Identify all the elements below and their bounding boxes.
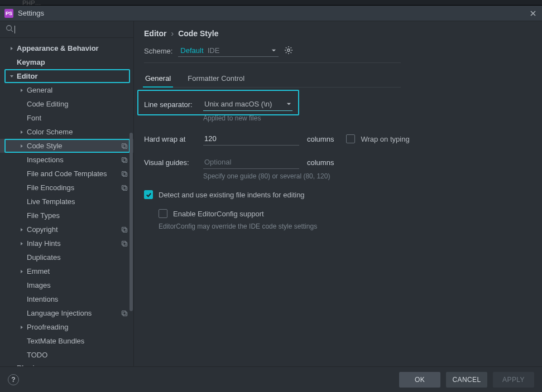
search-input[interactable] [0, 21, 133, 38]
settings-main-panel: Editor › Code Style Scheme: Default IDE … [134, 21, 542, 366]
tab-general[interactable]: General [144, 71, 172, 87]
tree-item-emmet[interactable]: Emmet [0, 264, 133, 278]
tree-scrollbar[interactable] [129, 133, 133, 311]
tree-item-editor[interactable]: Editor [0, 69, 133, 83]
close-button[interactable] [529, 9, 538, 18]
svg-rect-4 [123, 158, 127, 162]
tree-item-label: Font [27, 114, 128, 122]
arrow-spacer [19, 297, 25, 302]
tree-item-label: File and Code Templates [27, 170, 121, 178]
arrow-spacer [19, 352, 25, 358]
line-separator-select[interactable]: Unix and macOS (\n) [203, 98, 292, 111]
tree-item-keymap[interactable]: Keymap [0, 55, 133, 69]
tree-item-copyright[interactable]: Copyright [0, 222, 133, 236]
chevron-down-icon [286, 100, 291, 108]
arrow-spacer [9, 60, 15, 65]
ok-button[interactable]: OK [399, 372, 440, 388]
tree-item-label: Proofreading [27, 323, 128, 331]
tree-item-todo[interactable]: TODO [0, 348, 133, 362]
scheme-select[interactable]: Default IDE [178, 45, 279, 57]
svg-rect-5 [122, 171, 126, 175]
enable-editorconfig-checkbox[interactable]: Enable EditorConfig support [159, 209, 530, 218]
arrow-spacer [19, 255, 25, 260]
hard-wrap-input[interactable] [203, 132, 299, 146]
visual-guides-label: Visual guides: [144, 158, 195, 167]
line-separator-hint: Applied to new files [203, 114, 530, 122]
arrow-spacer [19, 115, 25, 121]
breadcrumb-parent[interactable]: Editor [144, 29, 166, 38]
arrow-spacer [19, 185, 25, 191]
chevron-right-icon [19, 325, 25, 330]
scope-badge-icon [121, 171, 128, 177]
tree-item-appearance-behavior[interactable]: Appearance & Behavior [0, 41, 133, 55]
visual-guides-hint: Specify one guide (80) or several (80, 1… [203, 172, 530, 180]
tree-item-color-scheme[interactable]: Color Scheme [0, 125, 133, 139]
search-icon [6, 25, 13, 34]
tree-item-textmate-bundles[interactable]: TextMate Bundles [0, 334, 133, 348]
tree-item-duplicates[interactable]: Duplicates [0, 250, 133, 264]
breadcrumb-separator-icon: › [171, 29, 174, 38]
svg-rect-11 [122, 241, 126, 245]
settings-tree[interactable]: Appearance & BehaviorKeymapEditorGeneral… [0, 38, 133, 366]
chevron-right-icon [19, 143, 25, 149]
tree-item-font[interactable]: Font [0, 111, 133, 125]
columns-unit: columns [307, 135, 334, 143]
tree-item-language-injections[interactable]: Language Injections [0, 306, 133, 320]
editorconfig-hint: EditorConfig may override the IDE code s… [159, 222, 530, 230]
tree-item-label: Editor [17, 72, 128, 80]
tree-item-label: File Types [27, 211, 128, 220]
tree-item-label: Code Style [27, 142, 121, 150]
svg-point-0 [7, 26, 12, 31]
svg-rect-1 [122, 143, 126, 147]
tree-item-label: Inspections [27, 156, 121, 164]
chevron-right-icon [19, 129, 25, 135]
tab-formatter-control[interactable]: Formatter Control [186, 71, 246, 87]
tree-item-file-encodings[interactable]: File Encodings [0, 181, 133, 195]
arrow-spacer [19, 213, 25, 219]
tree-item-label: Color Scheme [27, 128, 128, 136]
tree-item-file-types[interactable]: File Types [0, 209, 133, 222]
tree-item-inspections[interactable]: Inspections [0, 153, 133, 167]
scope-badge-icon [121, 157, 128, 163]
svg-rect-14 [123, 312, 127, 316]
apply-button[interactable]: APPLY [493, 372, 534, 388]
tree-item-code-editing[interactable]: Code Editing [0, 97, 133, 111]
scheme-tag: IDE [208, 46, 220, 55]
checkbox-box [346, 134, 355, 143]
hard-wrap-label: Hard wrap at [144, 135, 195, 143]
tree-item-label: Duplicates [27, 253, 128, 262]
help-button[interactable]: ? [8, 374, 19, 385]
svg-point-15 [287, 49, 290, 51]
tree-item-proofreading[interactable]: Proofreading [0, 320, 133, 334]
tree-item-label: Appearance & Behavior [17, 44, 128, 52]
tree-item-images[interactable]: Images [0, 278, 133, 292]
scheme-gear-button[interactable] [284, 46, 293, 56]
scope-badge-icon [121, 240, 128, 247]
svg-rect-10 [123, 228, 127, 232]
scope-badge-icon [121, 185, 128, 191]
tree-item-plugins[interactable]: Plugins [0, 362, 133, 366]
tree-item-file-and-code-templates[interactable]: File and Code Templates [0, 167, 133, 181]
tree-item-code-style[interactable]: Code Style [0, 139, 133, 153]
detect-indents-checkbox[interactable]: Detect and use existing file indents for… [144, 190, 530, 199]
wrap-on-typing-checkbox[interactable]: Wrap on typing [346, 134, 409, 143]
svg-rect-6 [123, 172, 127, 176]
arrow-spacer [19, 283, 25, 288]
scope-badge-icon [121, 143, 128, 149]
breadcrumb-current: Code Style [178, 29, 218, 38]
svg-rect-7 [122, 185, 126, 189]
cancel-button[interactable]: CANCEL [446, 372, 487, 388]
tree-item-general[interactable]: General [0, 83, 133, 97]
breadcrumb: Editor › Code Style [144, 29, 530, 38]
scope-badge-icon [121, 226, 128, 233]
visual-guides-input[interactable] [203, 156, 299, 169]
line-separator-label: Line separator: [144, 100, 195, 109]
tree-item-intentions[interactable]: Intentions [0, 292, 133, 306]
tree-item-label: General [27, 86, 128, 94]
tree-item-label: Copyright [27, 225, 121, 234]
tree-item-label: Code Editing [27, 100, 128, 108]
tree-item-inlay-hints[interactable]: Inlay Hints [0, 236, 133, 250]
tree-item-live-templates[interactable]: Live Templates [0, 195, 133, 209]
app-icon: PS [4, 9, 13, 18]
svg-rect-9 [122, 227, 126, 231]
